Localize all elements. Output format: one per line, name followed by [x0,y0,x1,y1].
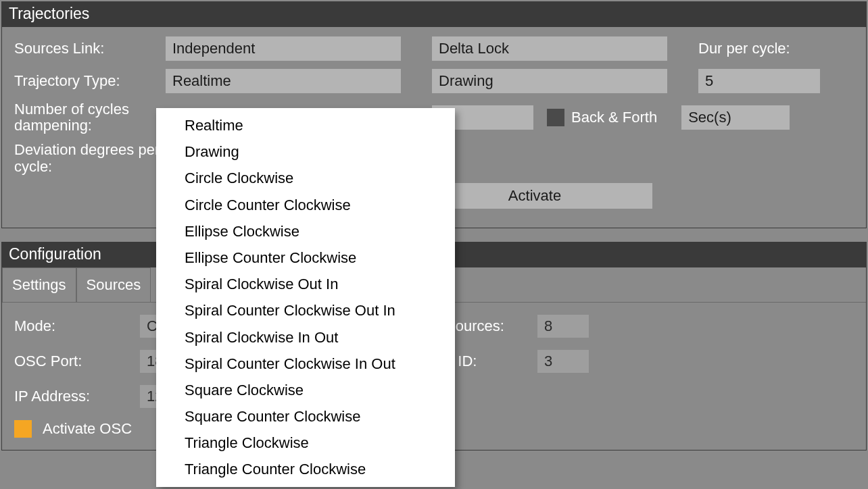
dropdown-item[interactable]: Circle Clockwise [156,165,455,191]
sources-link-value: Independent [172,40,255,57]
configuration-title: Configuration [9,245,101,263]
id-input[interactable]: 3 [537,350,589,373]
activate-osc-checkbox[interactable] [14,420,32,438]
dropdown-item[interactable]: Spiral Counter Clockwise In Out [156,351,455,377]
tab-settings[interactable]: Settings [2,267,76,302]
dur-per-cycle-value: 5 [705,72,713,90]
tab-settings-label: Settings [12,276,66,293]
back-forth-checkbox[interactable] [547,109,564,126]
dropdown-item[interactable]: Ellipse Counter Clockwise [156,244,455,271]
trajectories-title: Trajectories [9,5,89,22]
dropdown-item[interactable]: Square Clockwise [156,377,455,403]
trajectories-header: Trajectories [2,2,866,27]
trajectory-type-combo[interactable]: Realtime [166,69,401,93]
sources-count-label: Sources: [445,317,527,335]
activate-osc-label: Activate OSC [43,420,132,438]
trajectory-type-label: Trajectory Type: [14,73,156,89]
back-forth-label: Back & Forth [571,109,657,126]
dropdown-item[interactable]: Square Counter Clockwise [156,403,455,430]
sources-link-combo[interactable]: Independent [166,36,401,61]
activate-button-label: Activate [508,187,561,204]
dropdown-item[interactable]: Triangle Counter Clockwise [156,456,455,482]
units-combo[interactable]: Sec(s) [681,105,790,130]
sources-count-input[interactable]: 8 [537,315,589,338]
dropdown-item[interactable]: Spiral Clockwise Out In [156,271,455,297]
tab-sources[interactable]: Sources [76,267,151,302]
id-value: 3 [544,353,552,370]
id-label: e ID: [445,353,527,370]
trajectory-type-value: Realtime [172,72,231,90]
dropdown-item[interactable]: Ellipse Clockwise [156,218,455,244]
dropdown-item[interactable]: Drawing [156,138,455,165]
dropdown-item[interactable]: Realtime [156,112,455,138]
trajectory-type-secondary-combo[interactable]: Drawing [432,69,667,93]
sources-count-value: 8 [544,317,552,335]
tab-sources-label: Sources [87,276,141,293]
deviation-label: Deviation degrees per cycle: [14,142,167,174]
sources-link-secondary-value: Delta Lock [439,40,509,57]
sources-link-label: Sources Link: [14,41,156,57]
sources-link-secondary-combo[interactable]: Delta Lock [432,36,667,61]
trajectory-type-dropdown[interactable]: RealtimeDrawingCircle ClockwiseCircle Co… [156,108,455,487]
dropdown-item[interactable]: Triangle Clockwise [156,430,455,456]
ip-address-label: IP Address: [14,388,129,405]
dur-per-cycle-label: Dur per cycle: [698,40,790,57]
mode-label: Mode: [14,317,129,335]
num-cycles-dampening-label: Number of cycles dampening: [14,101,156,134]
osc-port-label: OSC Port: [14,353,129,370]
dur-per-cycle-input[interactable]: 5 [698,69,820,93]
units-value: Sec(s) [688,109,731,126]
dropdown-item[interactable]: Spiral Counter Clockwise Out In [156,297,455,324]
dropdown-item[interactable]: Spiral Clockwise In Out [156,324,455,351]
dropdown-item[interactable]: Circle Counter Clockwise [156,192,455,218]
trajectory-type-secondary-value: Drawing [439,72,493,90]
